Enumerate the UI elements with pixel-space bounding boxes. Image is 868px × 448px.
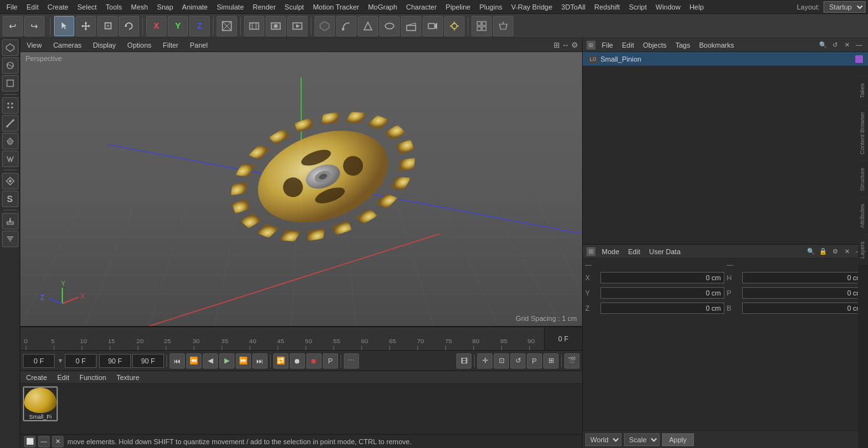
attr-menu-user-data[interactable]: User Data xyxy=(647,247,684,256)
menu-file[interactable]: File xyxy=(3,2,22,12)
tab-layers[interactable]: Layers xyxy=(858,234,868,265)
x-axis-button[interactable]: X xyxy=(146,16,166,36)
keyframe-button[interactable]: ⋯ xyxy=(344,353,359,369)
scale-tool-play[interactable]: ⊡ xyxy=(494,353,509,369)
point-mode-button[interactable] xyxy=(2,97,18,114)
model-mode-button[interactable] xyxy=(2,39,18,56)
stop-button[interactable]: ⏺ xyxy=(290,353,305,369)
vp-menu-filter[interactable]: Filter xyxy=(160,40,180,50)
menu-snap[interactable]: Snap xyxy=(153,2,177,12)
vp-menu-options[interactable]: Options xyxy=(125,40,154,50)
viewport-settings-icon[interactable]: ⚙ xyxy=(571,41,578,50)
texture-mode-button[interactable] xyxy=(2,57,18,74)
menu-animate[interactable]: Animate xyxy=(179,2,212,12)
menu-edit[interactable]: Edit xyxy=(23,2,43,12)
material-swatch-small-pinion[interactable]: Small_Pi xyxy=(23,386,58,421)
pin-tool-play[interactable]: P xyxy=(527,353,542,369)
grid-button[interactable] xyxy=(471,16,492,36)
menu-simulate[interactable]: Simulate xyxy=(213,2,248,12)
render-active-button[interactable] xyxy=(287,16,308,36)
h-rotation-input[interactable] xyxy=(742,272,866,283)
current-frame-input[interactable] xyxy=(23,354,55,368)
menu-3dtoall[interactable]: 3DToAll xyxy=(557,2,589,12)
vp-menu-panel[interactable]: Panel xyxy=(187,40,210,50)
cube-object-button[interactable] xyxy=(315,16,335,36)
menu-window[interactable]: Window xyxy=(652,2,684,12)
viewport-arrows-icon[interactable]: ↔ xyxy=(562,41,569,50)
coord-system-select[interactable]: World xyxy=(585,433,621,446)
record-button[interactable]: ⏺ xyxy=(306,353,322,369)
status-icon-2[interactable]: — xyxy=(38,436,50,447)
attr-menu-edit[interactable]: Edit xyxy=(626,247,643,256)
p-rotation-input[interactable] xyxy=(742,287,866,299)
menu-mograph[interactable]: MoGraph xyxy=(364,2,401,12)
rotate-tool-button[interactable] xyxy=(119,16,139,36)
motion-record-button[interactable]: P xyxy=(323,353,338,369)
light-button[interactable] xyxy=(444,16,465,36)
camera-button[interactable] xyxy=(423,16,443,36)
obj-close-icon[interactable]: ✕ xyxy=(842,40,852,50)
deformer-button[interactable] xyxy=(493,16,513,36)
attr-lock-icon[interactable]: 🔒 xyxy=(818,247,828,257)
move-tool-play[interactable]: ✛ xyxy=(477,353,492,369)
poly-mode-button[interactable] xyxy=(2,133,18,149)
attr-search-icon[interactable]: 🔍 xyxy=(806,247,816,257)
attr-close-icon[interactable]: ✕ xyxy=(842,247,852,257)
menu-create[interactable]: Create xyxy=(44,2,72,12)
redo-button[interactable]: ↪ xyxy=(24,16,44,36)
menu-script[interactable]: Script xyxy=(625,2,651,12)
draw-tool-button[interactable] xyxy=(336,16,356,36)
y-position-input[interactable] xyxy=(600,287,724,299)
selection-filter-button[interactable] xyxy=(2,231,18,247)
obj-menu-tags[interactable]: Tags xyxy=(673,41,693,50)
pointer-mode-button[interactable] xyxy=(54,16,74,36)
frame-end2-input[interactable] xyxy=(132,354,164,368)
timeline-ruler[interactable]: 0 5 10 15 20 25 30 35 40 45 50 55 xyxy=(20,327,544,350)
goto-end-button[interactable]: ⏭ xyxy=(252,353,268,369)
vp-menu-view[interactable]: View xyxy=(24,40,44,50)
z-axis-button[interactable]: Z xyxy=(189,16,210,36)
obj-refresh-icon[interactable]: ↺ xyxy=(830,40,840,50)
menu-help[interactable]: Help xyxy=(686,2,708,12)
obj-menu-edit[interactable]: Edit xyxy=(620,41,637,50)
apply-button[interactable]: Apply xyxy=(662,433,694,446)
vp-menu-cameras[interactable]: Cameras xyxy=(51,40,85,50)
uvw-mode-button[interactable] xyxy=(2,151,18,167)
solo-button[interactable]: S xyxy=(2,191,18,207)
mat-menu-function[interactable]: Function xyxy=(78,373,108,382)
grid-play[interactable]: ⊞ xyxy=(543,353,559,369)
x-position-input[interactable] xyxy=(600,272,724,283)
render-toggle-button[interactable]: 🎞 xyxy=(456,353,471,369)
tab-attributes[interactable]: Attributes xyxy=(858,197,868,234)
mat-menu-texture[interactable]: Texture xyxy=(114,373,141,382)
step-forward-button[interactable]: ⏩ xyxy=(236,353,251,369)
scale-tool-button[interactable]: ⊡ xyxy=(97,16,118,36)
menu-vray[interactable]: V-Ray Bridge xyxy=(508,2,557,12)
null-object-button[interactable] xyxy=(217,16,237,36)
b-rotation-input[interactable] xyxy=(742,302,866,314)
play-forward-button[interactable]: ▶ xyxy=(219,353,234,369)
menu-mesh[interactable]: Mesh xyxy=(127,2,152,12)
attr-settings-icon[interactable]: ⚙ xyxy=(830,247,840,257)
tab-structure[interactable]: Structure xyxy=(858,161,868,198)
menu-tools[interactable]: Tools xyxy=(102,2,126,12)
frame-start-input[interactable] xyxy=(65,354,97,368)
attr-menu-mode[interactable]: Mode xyxy=(599,247,622,256)
menu-redshift[interactable]: Redshift xyxy=(590,2,623,12)
mat-menu-edit[interactable]: Edit xyxy=(55,373,71,382)
layout-select[interactable]: Startup xyxy=(824,1,865,13)
spline-tool-button[interactable] xyxy=(358,16,378,36)
obj-menu-bookmarks[interactable]: Bookmarks xyxy=(696,41,736,50)
menu-sculpt[interactable]: Sculpt xyxy=(281,2,308,12)
menu-render[interactable]: Render xyxy=(249,2,280,12)
scale-mode-select[interactable]: Scale xyxy=(624,433,660,446)
vertex-mode-button[interactable] xyxy=(2,75,18,92)
snap-button[interactable] xyxy=(2,173,18,189)
floor-tool-button[interactable] xyxy=(401,16,421,36)
z-position-input[interactable] xyxy=(600,302,724,314)
menu-motion-tracker[interactable]: Motion Tracker xyxy=(309,2,363,12)
viewport-maximize-icon[interactable]: ⊞ xyxy=(553,41,560,50)
viewport[interactable]: View Cameras Display Options Filter Pane… xyxy=(20,38,582,326)
menu-pipeline[interactable]: Pipeline xyxy=(442,2,474,12)
vp-menu-display[interactable]: Display xyxy=(90,40,118,50)
